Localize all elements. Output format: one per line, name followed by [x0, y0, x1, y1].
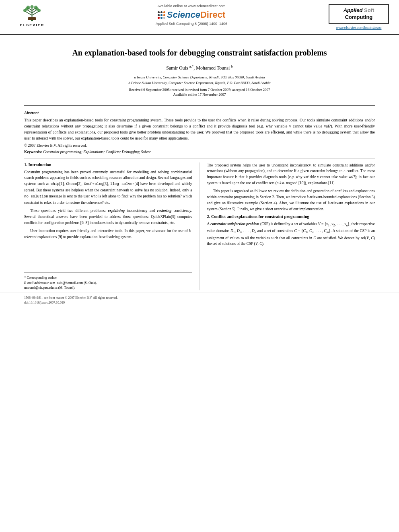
available-online-date: Available online 17 November 2007	[24, 92, 375, 97]
svg-point-14	[31, 5, 34, 8]
authors-line: Samir Ouis a,*, Mohamed Tounsi b	[24, 64, 375, 71]
section1-right-para2: This paper is organized as follows: we r…	[207, 188, 375, 212]
affiliation-a: a Imam University, Computer Science Depa…	[24, 74, 375, 80]
journal-title-line2: Computing	[333, 14, 384, 21]
section1-right-body: The proposed system helps the user to un…	[207, 162, 375, 212]
svg-rect-15	[28, 17, 36, 20]
journal-website: www.elsevier.com/locate/asoc	[336, 26, 382, 30]
elsevier-wordmark: ELSEVIER	[20, 23, 45, 27]
footnote-left: * Corresponding author. E-mail addresses…	[24, 272, 192, 290]
available-online-text: Available online at www.sciencedirect.co…	[158, 4, 226, 8]
affiliations: a Imam University, Computer Science Depa…	[24, 74, 375, 86]
footnote-corresponding: * Corresponding author.	[24, 275, 192, 280]
section1-right-para1: The proposed system helps the user to un…	[207, 162, 375, 186]
affiliation-b: b Prince Sultan University, Computer Sci…	[24, 80, 375, 86]
journal-logo-area: Applied Soft Computing www.elsevier.com/…	[327, 4, 391, 30]
paper-title: An explanation-based tools for debugging…	[24, 47, 375, 58]
section1-para2: These questions yield two different prob…	[24, 208, 192, 226]
abstract-section: Abstract This paper describes an explana…	[0, 111, 399, 154]
title-section: An explanation-based tools for debugging…	[0, 35, 399, 101]
section1-para3: User interaction requires user-friendly …	[24, 228, 192, 240]
right-column: The proposed system helps the user to un…	[200, 162, 375, 291]
section1-para1: Constraint programming has been proved e…	[24, 169, 192, 206]
section1-body: Constraint programming has been proved e…	[24, 169, 192, 240]
sciencedirect-header: Available online at www.sciencedirect.co…	[60, 4, 323, 26]
bottom-footer: 1568-4946/$ – see front matter © 2007 El…	[0, 292, 399, 308]
sciencedirect-logo: ScienceDirect	[158, 10, 226, 20]
section2-title: 2. Conflict and explanations for constra…	[207, 214, 375, 219]
keywords-label: Keywords:	[24, 150, 42, 154]
footnote-email1: sam_ouis@hotmail.com (S. Ouis),	[49, 281, 97, 285]
svg-point-13	[34, 6, 37, 9]
journal-info: Applied Soft Computing 8 (2008) 1400–140…	[156, 22, 227, 26]
elsevier-tree-icon	[21, 4, 43, 22]
left-column: 1. Introduction Constraint programming h…	[24, 162, 200, 291]
issn-line: 1568-4946/$ – see front matter © 2007 El…	[24, 296, 375, 300]
abstract-label: Abstract	[24, 111, 375, 115]
section1-title: 1. Introduction	[24, 162, 192, 167]
sd-dots-icon	[158, 11, 165, 19]
footnote-email2: mtounsi@cis.pau.edu.sa (M. Tounsi).	[24, 285, 192, 290]
elsevier-logo: ELSEVIER	[20, 4, 45, 27]
doi-line: doi:10.1016/j.asoc.2007.10.019	[24, 300, 375, 305]
journal-title-box: Applied Soft Computing	[329, 4, 389, 24]
footnote-email: E-mail addresses: sam_ouis@hotmail.com (…	[24, 280, 192, 286]
footnote-email-label: E-mail addresses:	[24, 281, 49, 285]
keywords: Keywords: Constraint programming; Explan…	[24, 150, 375, 154]
section2-para1: A constraint satisfaction problem (CSP) …	[207, 221, 375, 247]
received-dates: Received 6 September 2005; received in r…	[24, 88, 375, 92]
page-header: ELSEVIER Available online at www.science…	[0, 0, 399, 34]
journal-title-line1: Applied Soft	[333, 7, 384, 14]
abstract-text: This paper describes an explanation-base…	[24, 117, 375, 141]
section2-body: A constraint satisfaction problem (CSP) …	[207, 221, 375, 247]
keywords-text: Constraint programming; Explanations; Co…	[43, 150, 151, 154]
body-columns: 1. Introduction Constraint programming h…	[0, 162, 399, 291]
sciencedirect-wordmark: ScienceDirect	[167, 10, 226, 20]
elsevier-logo-area: ELSEVIER	[8, 4, 56, 27]
copyright: © 2007 Elsevier B.V. All rights reserved…	[24, 144, 375, 148]
svg-point-10	[27, 6, 30, 9]
